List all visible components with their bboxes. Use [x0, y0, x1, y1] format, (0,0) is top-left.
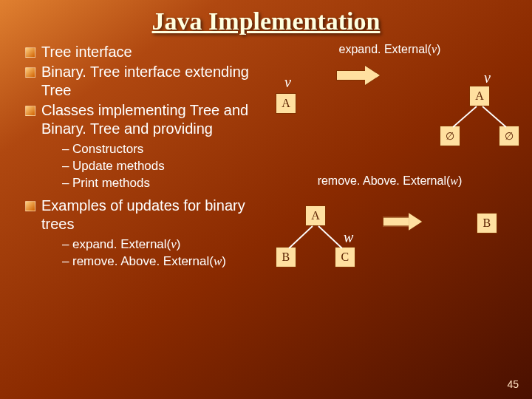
diagram-caption: expand. External(v) [270, 43, 510, 56]
bullet-item: Examples of updates for binary trees exp… [22, 197, 270, 270]
node-text: B [483, 216, 491, 230]
caption-text: expand. External( [339, 43, 432, 55]
caption-text: ) [458, 174, 462, 187]
bullet-list: Tree interface Binary. Tree interface ex… [22, 43, 270, 270]
svg-line-3 [318, 226, 342, 248]
bullet-text: Classes implementing Tree and Binary. Tr… [41, 102, 248, 137]
node-text: A [475, 89, 484, 103]
node-label-v: v [484, 69, 491, 86]
svg-line-2 [289, 226, 313, 248]
page-number: 45 [507, 378, 519, 390]
sub-text: expand. External( [72, 237, 171, 251]
tree-edges [270, 174, 521, 315]
diagram-caption: remove. Above. External(w) [270, 174, 510, 188]
node-text: A [282, 97, 290, 110]
node-text: C [341, 250, 349, 264]
left-column: Tree interface Binary. Tree interface ex… [22, 43, 270, 315]
node: B [276, 247, 296, 267]
sub-list: Constructors Update methods Print method… [62, 141, 270, 192]
columns: Tree interface Binary. Tree interface ex… [22, 43, 510, 315]
sub-text: ) [222, 254, 226, 268]
sub-text: remove. Above. External( [72, 254, 214, 268]
node-label-v: v [284, 74, 291, 91]
node-text: A [311, 209, 320, 222]
bullet-item: Classes implementing Tree and Binary. Tr… [22, 101, 270, 192]
node-text: B [282, 250, 290, 264]
bullet-item: Tree interface [22, 43, 270, 61]
diagram-expand-external: expand. External(v) v A v A [270, 43, 510, 168]
diagram-remove-above-external: remove. Above. External(w) A B C w B [270, 174, 510, 315]
sub-text: ) [177, 237, 181, 251]
node: C [335, 247, 355, 267]
slide: Java Implementation Tree interface Binar… [0, 0, 532, 399]
sub-item: Print methods [62, 175, 270, 192]
right-column: expand. External(v) v A v A [270, 43, 510, 315]
sub-item: Update methods [62, 158, 270, 175]
svg-line-1 [482, 106, 506, 127]
bullet-item: Binary. Tree interface extending Tree [22, 63, 270, 100]
sub-item: expand. External(v) [62, 236, 270, 253]
node-empty [499, 126, 519, 146]
sub-item: Constructors [62, 141, 270, 158]
sub-var: v [171, 237, 177, 251]
arrow-icon [383, 214, 423, 230]
sub-var: w [214, 254, 222, 268]
node: A [276, 93, 296, 114]
caption-text: remove. Above. External( [318, 174, 451, 187]
node-label-w: w [344, 229, 353, 246]
caption-text: ) [437, 43, 440, 55]
arrow-icon [336, 66, 381, 84]
caption-var: w [450, 174, 458, 187]
sub-list: expand. External(v) remove. Above. Exter… [62, 236, 270, 270]
slide-title: Java Implementation [22, 7, 510, 35]
node-empty [440, 126, 460, 146]
svg-line-0 [453, 106, 477, 127]
node: B [477, 213, 497, 233]
node: A [469, 86, 490, 106]
bullet-text: Examples of updates for binary trees [41, 197, 245, 232]
sub-item: remove. Above. External(w) [62, 253, 270, 270]
caption-var: v [432, 43, 437, 55]
node: A [305, 205, 326, 226]
